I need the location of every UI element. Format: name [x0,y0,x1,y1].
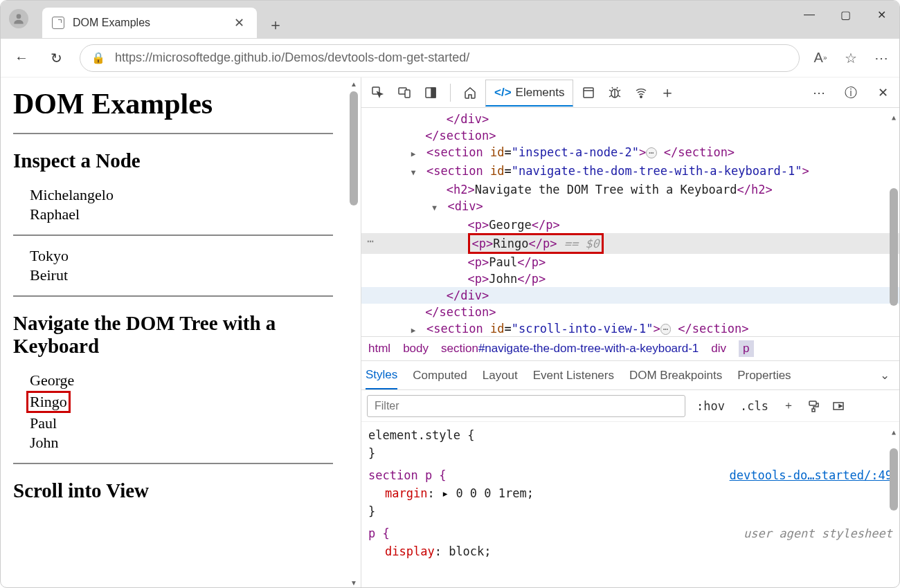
tab-computed[interactable]: Computed [413,369,467,383]
selected-element-highlight: Ringo [26,391,71,413]
welcome-tab-icon[interactable] [459,82,481,104]
titlebar: DOM Examples ✕ ＋ — ▢ ✕ [1,1,899,39]
svg-rect-11 [809,401,816,405]
dom-h2-text: Navigate the DOM Tree with a Keyboard [475,183,737,196]
styles-scrollbar[interactable]: ▲ [890,423,898,511]
svg-point-0 [17,14,21,19]
tab-event-listeners[interactable]: Event Listeners [533,369,614,383]
tab-layout[interactable]: Layout [483,369,518,383]
main-content: DOM Examples Inspect a Node Michelangelo… [1,77,899,588]
list-item: Ringo [28,391,347,413]
section-heading-navigate: Navigate the DOM Tree with a Keyboard [13,312,347,358]
devtools-panel: </> Elements ＋ ⋯ ⓘ ✕ </div> </section> ▶… [361,77,899,588]
dom-text: Paul [489,255,517,269]
minimize-button[interactable]: — [791,1,827,28]
help-icon[interactable]: ⓘ [840,82,862,104]
tab-styles[interactable]: Styles [366,368,397,389]
css-selector: p { [368,526,390,540]
refresh-button[interactable]: ↻ [45,47,67,69]
profile-avatar[interactable] [9,9,28,28]
tab-properties[interactable]: Properties [737,369,791,383]
address-bar: ← ↻ 🔒 https://microsoftedge.github.io/De… [1,39,899,77]
scroll-down-arrow[interactable]: ▼ [350,578,358,587]
code-icon: </> [494,86,512,100]
devtools-toolbar: </> Elements ＋ ⋯ ⓘ ✕ [361,77,899,108]
breadcrumb-item[interactable]: html [368,342,390,356]
divider [13,133,333,134]
inspect-element-icon[interactable] [367,82,389,104]
url-input[interactable]: 🔒 https://microsoftedge.github.io/Demos/… [80,44,800,72]
close-window-button[interactable]: ✕ [863,1,899,28]
scroll-thumb[interactable] [890,448,898,511]
close-devtools-icon[interactable]: ✕ [872,82,894,104]
paint-icon[interactable] [804,397,822,415]
breadcrumb-item-selected[interactable]: p [739,340,753,357]
scroll-up-arrow[interactable]: ▲ [350,79,358,89]
dom-selected-line[interactable]: ⋯ <p>Ringo</p> == $0 [361,233,899,254]
computed-toggle-icon[interactable] [829,397,847,415]
dom-tree[interactable]: </div> </section> ▶ <section id="inspect… [361,108,899,336]
divider [450,84,451,102]
list-item: Paul [30,414,347,432]
new-tab-button[interactable]: ＋ [268,15,283,35]
svg-rect-6 [584,88,593,98]
network-icon[interactable] [630,82,652,104]
add-tab-icon[interactable]: ＋ [656,82,678,104]
dom-text: John [489,272,517,286]
list-item: Tokyo [30,247,347,265]
styles-pane[interactable]: element.style { } devtools-do…started/:4… [361,422,899,588]
page-viewport: DOM Examples Inspect a Node Michelangelo… [1,77,361,588]
breadcrumb[interactable]: html body section#navigate-the-dom-tree-… [361,336,899,361]
back-button[interactable]: ← [10,47,33,69]
source-link[interactable]: devtools-do…started/:49 [730,466,892,484]
styles-filter-row: :hov .cls ＋ [361,390,899,422]
list-item: Michelangelo [30,186,347,204]
menu-icon[interactable]: ⋯ [873,50,890,66]
divider [13,295,333,297]
tab-dom-breakpoints[interactable]: DOM Breakpoints [629,369,722,383]
tab-title: DOM Examples [73,17,231,29]
scroll-thumb[interactable] [890,188,898,306]
scroll-up-arrow[interactable]: ▲ [890,109,898,126]
more-tools-icon[interactable]: ⋯ [808,82,830,104]
list-item: John [30,434,347,452]
divider [13,235,333,236]
read-aloud-icon[interactable]: A» [812,50,829,66]
css-selector: section p { [368,468,447,482]
class-toggle[interactable]: .cls [736,396,773,416]
breadcrumb-item[interactable]: section#navigate-the-dom-tree-with-a-key… [441,342,699,356]
svg-point-10 [640,95,642,97]
dom-scrollbar[interactable]: ▲ [890,109,898,306]
url-text: https://microsoftedge.github.io/Demos/de… [115,50,469,65]
page-icon [52,17,64,29]
hover-toggle[interactable]: :hov [692,396,729,416]
list-item: George [30,371,347,389]
breadcrumb-item[interactable]: body [403,342,429,356]
scroll-up-arrow[interactable]: ▲ [890,423,898,441]
section-heading-inspect: Inspect a Node [13,149,347,172]
elements-tab[interactable]: </> Elements [485,80,573,107]
new-style-rule-icon[interactable]: ＋ [780,397,798,415]
bug-icon[interactable] [604,82,626,104]
selection-annotation: == $0 [564,237,600,250]
chevron-down-icon[interactable]: ⌄ [880,368,890,383]
sources-icon[interactable] [577,82,600,104]
dom-text: George [489,218,531,232]
dock-icon[interactable] [420,82,442,104]
window-controls: — ▢ ✕ [791,1,899,28]
styles-tabs: Styles Computed Layout Event Listeners D… [361,361,899,390]
filter-input[interactable] [367,395,685,417]
element-style-selector: element.style { [368,428,475,442]
page-scrollbar[interactable]: ▲ ▼ [350,79,358,588]
svg-rect-12 [812,409,815,412]
browser-tab[interactable]: DOM Examples ✕ [42,8,257,38]
maximize-button[interactable]: ▢ [827,1,863,28]
favorite-icon[interactable]: ☆ [843,50,859,66]
list-item: Beirut [30,266,347,284]
tab-close-icon[interactable]: ✕ [231,15,247,30]
scroll-thumb[interactable] [350,91,358,205]
breadcrumb-item[interactable]: div [711,342,726,356]
device-toolbar-icon[interactable] [393,82,415,104]
dom-text: Ringo [493,237,528,250]
ua-stylesheet-label: user agent stylesheet [744,524,892,542]
